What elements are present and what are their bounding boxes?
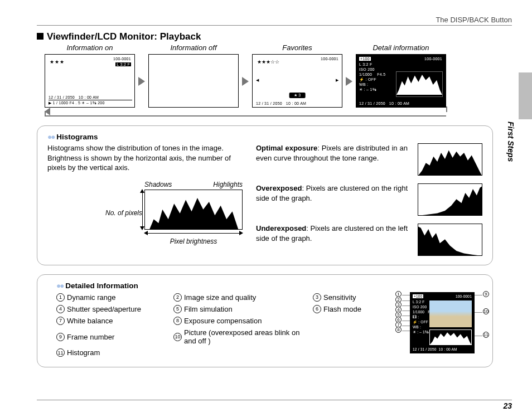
picture-preview <box>429 300 472 327</box>
circled-number-icon: 6 <box>313 305 321 313</box>
arrow-right-icon <box>346 77 352 86</box>
list-item-label: Frame number <box>67 333 114 341</box>
x-axis-label: Pixel brightness <box>144 237 243 245</box>
example-optimal: Optimal exposure: Pixels are distributed… <box>256 143 482 176</box>
date-text: 12 / 31 / 2050 10 : 00 AM <box>359 101 409 105</box>
date-text: 12 / 31 / 2050 10 : 00 AM <box>413 347 457 351</box>
mode-text: L 3:2 F <box>359 62 373 66</box>
frame-number: 100-0001 <box>424 57 442 61</box>
screen-label: Information off <box>170 43 216 52</box>
list-item: 2Image size and quality <box>173 292 313 302</box>
square-bullet-icon <box>37 33 43 40</box>
histogram-description: Histograms show the distribution of tone… <box>47 143 243 173</box>
shadows-label: Shadows <box>144 181 172 188</box>
histogram-box <box>144 190 243 230</box>
list-item-label: Sensitivity <box>323 293 356 302</box>
list-item-label: Dynamic range <box>67 293 115 302</box>
screen-label: Detail information <box>373 43 429 52</box>
ec-text: ☀ : – 1⅔ <box>359 88 376 92</box>
shutter-aperture: 1/1000 F4.5 <box>359 72 385 76</box>
arrow-right-icon <box>138 77 145 86</box>
list-item: 11Histogram <box>56 348 173 358</box>
highlights-label: Highlights <box>213 181 243 188</box>
list-item <box>313 328 396 346</box>
list-item: 4Shutter speed/aperture <box>56 304 173 314</box>
label-bold: Optimal exposure <box>256 144 317 152</box>
example-overexposed: Overexposed: Pixels are clustered on the… <box>256 183 482 216</box>
screen-detail: Detail information +100 100-0001 L 3:2 F… <box>356 43 446 108</box>
list-item-label: Film simulation <box>184 305 233 313</box>
ec-text: ☀ : – 1⅔ <box>413 330 429 334</box>
list-item <box>313 316 396 326</box>
histogram-under-icon <box>418 224 482 256</box>
list-item: 5Film simulation <box>173 304 313 314</box>
rating-stars: ★★★☆☆ <box>257 59 279 65</box>
circled-number-icon: 11 <box>56 348 65 357</box>
label-bold: Underexposed <box>256 224 306 232</box>
circled-number-icon: 7 <box>56 317 65 325</box>
mode-text: L 3:2 F <box>413 300 424 304</box>
y-axis-label: No. of pixels <box>105 209 142 217</box>
dr-badge: +100 <box>359 57 371 61</box>
circled-number-icon: 10 <box>173 333 182 341</box>
page-number: 23 <box>37 400 512 410</box>
screen-info-on: Information on ★★★ 100-0001 L 3:2 F 12 /… <box>45 43 135 108</box>
circled-number-icon: 3 <box>313 293 321 302</box>
detailed-list: 1Dynamic range2Image size and quality3Se… <box>56 292 396 358</box>
list-item-label: Picture (overexposed areas blink on and … <box>184 328 313 345</box>
screen-label: Favorites <box>282 43 312 52</box>
panel-detailed-info: ●●Detailed Information 1Dynamic range2Im… <box>37 274 493 367</box>
arrow-right-icon <box>242 77 249 86</box>
screen-favorites: Favorites ★★★☆☆ 100-0001 ◀ ▶ ★ 3 12 / 31… <box>252 43 342 108</box>
circled-number-icon: 9 <box>56 333 65 341</box>
header-right: The DISP/BACK Button <box>37 16 512 26</box>
example-underexposed: Underexposed: Pixels are clustered on th… <box>256 224 482 256</box>
list-item-label: Exposure compensation <box>184 317 262 325</box>
screen-thumbnail: +100 100-0001 L 3:2 F ISO 200 1/1000 F4.… <box>356 54 446 108</box>
list-item-label: Image size and quality <box>184 293 256 302</box>
section-title-text: Viewfinder/LCD Monitor: Playback <box>47 31 201 42</box>
circled-number-icon: 2 <box>173 293 182 302</box>
circled-number-icon: 4 <box>56 305 65 313</box>
list-item: 9Frame number <box>56 328 173 346</box>
histogram-diagram: No. of pixels Shadows Highlights Pixel b… <box>47 181 243 245</box>
side-gray-bar <box>519 72 532 119</box>
frame-number: 100-0001 <box>456 294 472 298</box>
bubble-icon: ●● <box>56 282 63 290</box>
iso-text: ISO 200 <box>413 305 427 309</box>
flash-text: ⚡ : OFF <box>413 320 428 324</box>
bottom-info: ▶ 1 / 1000 F4 . 5 ☀ – 1⅔ 200 <box>49 100 132 105</box>
list-item-label: Shutter speed/aperture <box>67 305 141 313</box>
list-item: 1Dynamic range <box>56 292 173 302</box>
list-item: 7White balance <box>56 316 173 326</box>
list-item-label: White balance <box>67 317 113 325</box>
dr-badge: +100 <box>413 294 423 298</box>
date-text: 12 / 31 / 2050 10 : 00 AM <box>256 101 306 105</box>
nav-right-icon: ▶ <box>336 78 338 83</box>
date-text: 12 / 31 / 2050 10 : 00 AM <box>49 95 99 99</box>
iso-text: ISO 200 <box>359 67 375 71</box>
panel-heading: ●●Detailed Information <box>56 282 482 290</box>
circled-number-icon: 1 <box>56 293 65 302</box>
flash-text: ⚡ : OFF <box>359 77 376 82</box>
list-item-label: Flash mode <box>323 305 361 313</box>
list-item-label: Histogram <box>67 348 100 357</box>
list-item: 8Exposure compensation <box>173 316 313 326</box>
panel-heading: ●●Histograms <box>47 133 482 141</box>
screen-thumbnail: ★★★☆☆ 100-0001 ◀ ▶ ★ 3 12 / 31 / 2050 10… <box>252 54 342 108</box>
frame-number: 100-0001 <box>321 57 338 61</box>
wb-text: WB : <box>359 83 368 86</box>
list-item <box>173 348 313 358</box>
mode-badge: L 3:2 F <box>115 62 131 66</box>
circled-number-icon: 5 <box>173 305 182 313</box>
nav-left-icon: ◀ <box>256 78 259 83</box>
histogram-examples: Optimal exposure: Pixels are distributed… <box>256 143 482 256</box>
vertical-arrow-icon <box>140 190 144 230</box>
screen-label: Information on <box>66 43 113 52</box>
top-axis-labels: Shadows Highlights <box>144 181 243 188</box>
histogram-optimal-icon <box>418 143 482 176</box>
screen-thumbnail: ★★★ 100-0001 L 3:2 F 12 / 31 / 2050 10 :… <box>45 54 135 108</box>
list-item: 6Flash mode <box>313 304 396 314</box>
rating-stars: ★★★ <box>50 59 65 65</box>
list-item <box>313 348 396 358</box>
